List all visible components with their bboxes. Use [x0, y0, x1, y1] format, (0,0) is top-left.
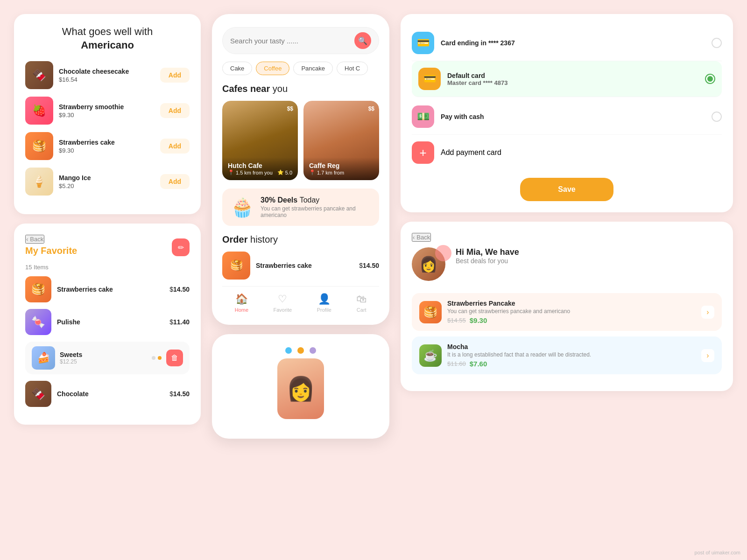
cafe-info-caffe: Caffe Reg 📍 1.7 km from	[303, 157, 379, 180]
cafe-info-hutch: Hutch Cafe 📍 1.5 km from you ⭐ 5.0	[222, 157, 298, 180]
search-input[interactable]	[230, 37, 354, 45]
deal-name-pancake: Strawberries Pancake	[447, 300, 696, 307]
fav-item-name-3: Chocolate	[57, 390, 164, 398]
add-button-4[interactable]: Add	[160, 174, 190, 189]
payment-option-card-2367[interactable]: 💳 Card ending in **** 2367	[412, 25, 722, 61]
food-price-1: $16.54	[59, 76, 155, 83]
radio-mastercard[interactable]	[705, 74, 715, 84]
suggestion-item-2: 🍓 Strawberry smoothie $9.30 Add	[25, 97, 190, 125]
add-button-2[interactable]: Add	[160, 103, 190, 118]
food-image-scake: 🥞	[25, 132, 53, 160]
payment-card: 💳 Card ending in **** 2367 💳 Default car…	[401, 14, 733, 212]
deal-icon-mocha: ☕	[419, 344, 442, 367]
cafe-name-caffe: Caffe Reg	[309, 162, 374, 169]
radio-inner-mastercard	[707, 76, 713, 82]
filter-chips: Cake Coffee Pancake Hot C	[222, 62, 379, 75]
add-button-3[interactable]: Add	[160, 139, 190, 154]
pay-icon-mastercard: 💳	[418, 68, 441, 90]
deal-icon-pancake: 🥞	[419, 301, 442, 323]
star-icon-hutch: ⭐	[277, 169, 284, 175]
deco-circle-orange	[297, 347, 304, 354]
payment-option-mastercard[interactable]: 💳 Default card Master card **** 4873	[412, 61, 722, 97]
suggestion-card: What goes well with Americano 🍫 Chocolat…	[14, 14, 201, 214]
save-button[interactable]: Save	[520, 178, 613, 201]
back-chevron-icon: ‹	[26, 236, 28, 243]
nav-profile[interactable]: 👤 Profile	[317, 293, 331, 313]
radio-card-2367[interactable]	[712, 38, 722, 48]
cafe-card-hutch[interactable]: $$ Hutch Cafe 📍 1.5 km from you ⭐ 5.0	[222, 101, 298, 180]
fav-item-name-1: Strawberries cake	[57, 286, 164, 293]
fav-item-price-3: $14.50	[169, 390, 190, 398]
add-payment-label: Add payment card	[441, 148, 501, 157]
profile-header: 👩 Hi Mia, We have Best deals for you	[412, 247, 722, 285]
deal-desc-mocha: It is a long established fact that a rea…	[447, 351, 696, 358]
nav-cart[interactable]: 🛍 Cart	[356, 293, 366, 313]
promo-percent: 30% Deels Today	[261, 196, 371, 204]
deco-circle-blue	[285, 347, 292, 354]
deal-item-mocha[interactable]: ☕ Mocha It is a long established fact th…	[412, 336, 722, 374]
food-image-choc: 🍫	[25, 61, 53, 89]
fav-food-img-1: 🥞	[25, 276, 51, 302]
promo-desc: You can get strawberries pancake and ame…	[261, 205, 371, 218]
cafe-name-hutch: Hutch Cafe	[228, 162, 292, 169]
back-button[interactable]: ‹ Back	[25, 235, 44, 244]
promo-banner: 🧁 30% Deels Today You can get strawberri…	[222, 189, 379, 226]
order-price-1: $14.50	[359, 262, 379, 269]
food-name-2: Strawberry smoothie	[59, 103, 155, 111]
nav-home[interactable]: 🏠 Home	[235, 293, 248, 313]
food-image-straw: 🍓	[25, 97, 53, 125]
edit-button[interactable]: ✏	[172, 238, 190, 256]
back-chevron-icon-profile: ‹	[413, 234, 415, 241]
fav-food-img-2: 🍬	[25, 309, 51, 335]
chip-hotc[interactable]: Hot C	[337, 62, 368, 75]
profile-icon: 👤	[318, 293, 331, 305]
cafe-price-hutch: $$	[287, 105, 293, 112]
deal-new-price-mocha: $7.60	[470, 360, 487, 368]
nav-favorite-label: Favorite	[273, 307, 292, 313]
nav-profile-label: Profile	[317, 307, 331, 313]
radio-cash[interactable]	[712, 112, 722, 122]
pay-icon-card-2367: 💳	[412, 32, 434, 54]
deal-item-pancake[interactable]: 🥞 Strawberries Pancake You can get straw…	[412, 293, 722, 331]
deal-arrow-mocha[interactable]: ›	[701, 349, 714, 362]
profile-back-button[interactable]: ‹ Back	[412, 233, 431, 242]
pay-icon-cash: 💵	[412, 105, 434, 128]
add-button-1[interactable]: Add	[160, 68, 190, 83]
left-column: What goes well with Americano 🍫 Chocolat…	[14, 14, 201, 546]
suggestion-item-4: 🍦 Mango Ice $5.20 Add	[25, 168, 190, 196]
chip-pancake[interactable]: Pancake	[293, 62, 333, 75]
chip-cake[interactable]: Cake	[222, 62, 252, 75]
nav-home-label: Home	[235, 307, 248, 313]
search-bar[interactable]: 🔍	[222, 27, 379, 54]
cafe-price-caffe: $$	[368, 105, 374, 112]
fav-item-1: 🥞 Strawberries cake $14.50	[25, 276, 190, 302]
profile-greeting-text: Hi Mia, We have	[456, 247, 519, 257]
promo-icon: 🧁	[231, 196, 254, 218]
right-column: 💳 Card ending in **** 2367 💳 Default car…	[401, 14, 733, 546]
order-history-title: Order history	[222, 234, 379, 245]
nav-favorite[interactable]: ♡ Favorite	[273, 293, 292, 313]
deal-arrow-pancake[interactable]: ›	[701, 306, 714, 319]
add-payment-row[interactable]: + Add payment card	[412, 135, 722, 170]
suggestion-title: What goes well with Americano	[25, 25, 190, 52]
food-name-1: Chocolate cheesecake	[59, 68, 155, 75]
payment-option-cash[interactable]: 💵 Pay with cash	[412, 99, 722, 135]
middle-column: 🔍 Cake Coffee Pancake Hot C Cafes near y…	[212, 14, 389, 546]
delete-button[interactable]: 🗑	[166, 350, 183, 366]
dots-indicator	[152, 356, 162, 360]
dot-2-active	[158, 356, 162, 360]
food-price-3: $9.30	[59, 147, 155, 154]
food-name-4: Mango Ice	[59, 174, 155, 182]
chip-coffee[interactable]: Coffee	[256, 62, 289, 75]
food-price-2: $9.30	[59, 112, 155, 119]
suggestion-item-3: 🥞 Strawberries cake $9.30 Add	[25, 132, 190, 160]
mastercard-name: Default card	[447, 72, 698, 79]
card-2367-name: Card ending in **** 2367	[441, 39, 705, 47]
nav-cart-label: Cart	[357, 307, 366, 313]
cafe-card-caffe[interactable]: $$ Caffe Reg 📍 1.7 km from	[303, 101, 379, 180]
search-button[interactable]: 🔍	[354, 32, 371, 49]
favorite-icon: ♡	[278, 293, 287, 305]
cafes-row: $$ Hutch Cafe 📍 1.5 km from you ⭐ 5.0	[222, 101, 379, 180]
order-name-1: Strawberries cake	[256, 262, 353, 269]
home-icon: 🏠	[235, 293, 248, 305]
